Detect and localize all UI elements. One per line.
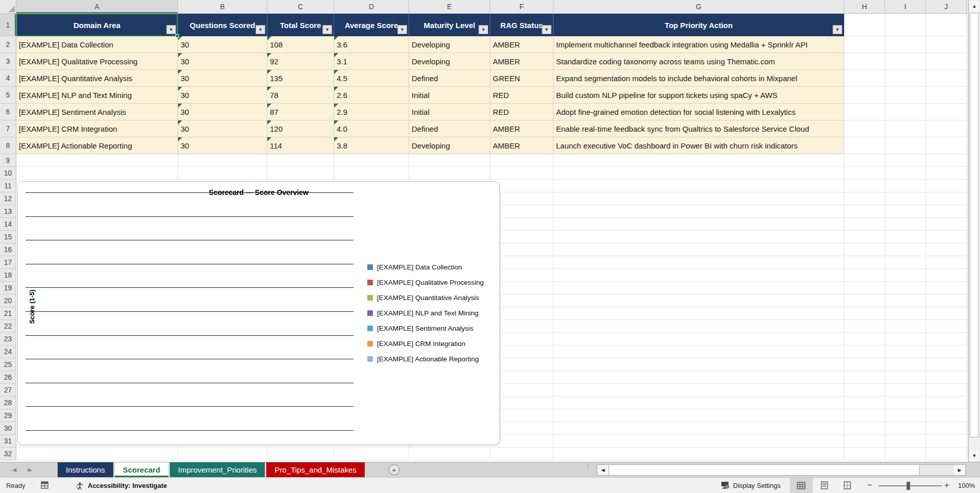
empty-cell[interactable] (554, 180, 844, 192)
row-header-30[interactable]: 30 (0, 422, 16, 435)
empty-cell[interactable] (844, 448, 885, 460)
empty-cell[interactable] (926, 14, 967, 36)
empty-cell[interactable] (844, 70, 885, 87)
data-cell[interactable]: 30 (178, 36, 267, 53)
empty-cell[interactable] (885, 282, 926, 294)
row-header-15[interactable]: 15 (0, 231, 16, 243)
header-cell[interactable]: Total Score▼ (267, 14, 334, 36)
empty-cell[interactable] (926, 448, 967, 460)
empty-cell[interactable] (926, 435, 967, 448)
empty-cell[interactable] (926, 384, 967, 397)
data-cell[interactable]: Developing (409, 36, 490, 53)
data-cell[interactable]: [EXAMPLE] Qualitative Processing (16, 53, 178, 70)
row-header-3[interactable]: 3 (0, 53, 16, 70)
sheet-tab-pro_tips_and_mistakes[interactable]: Pro_Tips_and_Mistakes (266, 462, 364, 477)
zoom-in-button[interactable]: + (944, 480, 949, 490)
empty-cell[interactable] (267, 154, 334, 167)
column-header-H[interactable]: H (844, 0, 885, 13)
empty-cell[interactable] (926, 53, 967, 70)
data-cell[interactable]: RED (490, 104, 554, 120)
data-cell[interactable]: 30 (178, 137, 267, 154)
empty-cell[interactable] (554, 269, 844, 282)
empty-cell[interactable] (490, 154, 554, 167)
empty-cell[interactable] (926, 180, 967, 192)
empty-cell[interactable] (926, 346, 967, 358)
empty-cell[interactable] (885, 154, 926, 167)
empty-cell[interactable] (844, 120, 885, 137)
scrollbar-grip-icon[interactable]: ⋮ (585, 464, 589, 468)
page-break-view-button[interactable] (836, 478, 859, 493)
empty-cell[interactable] (926, 87, 967, 104)
accessibility-status[interactable]: Accessibility: Investigate (76, 481, 167, 490)
empty-cell[interactable] (409, 448, 490, 460)
empty-cell[interactable] (926, 154, 967, 167)
empty-cell[interactable] (554, 307, 844, 320)
empty-cell[interactable] (885, 307, 926, 320)
filter-dropdown-icon[interactable]: ▼ (322, 25, 332, 34)
data-cell[interactable]: 4.0 (334, 120, 409, 137)
empty-cell[interactable] (844, 256, 885, 269)
empty-cell[interactable] (844, 243, 885, 256)
empty-cell[interactable] (885, 422, 926, 435)
empty-cell[interactable] (926, 358, 967, 371)
empty-cell[interactable] (554, 320, 844, 333)
empty-cell[interactable] (554, 409, 844, 422)
horizontal-scrollbar-thumb[interactable] (609, 465, 920, 475)
empty-cell[interactable] (844, 36, 885, 53)
data-cell[interactable]: 30 (178, 70, 267, 87)
empty-cell[interactable] (554, 435, 844, 448)
selection-fill-handle[interactable] (175, 34, 179, 38)
sheet-tab-improvement_priorities[interactable]: Improvement_Priorities (170, 462, 265, 477)
data-cell[interactable]: [EXAMPLE] Sentiment Analysis (16, 104, 178, 120)
data-cell[interactable]: Build custom NLP pipeline for support ti… (554, 87, 844, 104)
data-cell[interactable]: 3.6 (334, 36, 409, 53)
empty-cell[interactable] (844, 422, 885, 435)
data-cell[interactable]: 120 (267, 120, 334, 137)
header-cell[interactable]: Average Score▼ (334, 14, 409, 36)
empty-cell[interactable] (554, 358, 844, 371)
legend-item[interactable]: [EXAMPLE] Quantitative Analysis (367, 292, 484, 303)
empty-cell[interactable] (554, 205, 844, 218)
macro-record-icon[interactable] (41, 481, 48, 489)
empty-cell[interactable] (844, 371, 885, 384)
empty-cell[interactable] (16, 448, 178, 460)
row-header-13[interactable]: 13 (0, 205, 16, 218)
data-cell[interactable]: AMBER (490, 53, 554, 70)
empty-cell[interactable] (885, 371, 926, 384)
empty-cell[interactable] (885, 409, 926, 422)
filter-dropdown-icon[interactable]: ▼ (833, 25, 842, 34)
data-cell[interactable]: Defined (409, 120, 490, 137)
data-cell[interactable]: 108 (267, 36, 334, 53)
empty-cell[interactable] (844, 384, 885, 397)
empty-cell[interactable] (554, 192, 844, 205)
data-cell[interactable]: 30 (178, 53, 267, 70)
empty-cell[interactable] (926, 120, 967, 137)
legend-item[interactable]: [EXAMPLE] Sentiment Analysis (367, 323, 484, 334)
empty-cell[interactable] (885, 36, 926, 53)
data-cell[interactable]: 78 (267, 87, 334, 104)
row-header-18[interactable]: 18 (0, 269, 16, 282)
empty-cell[interactable] (844, 294, 885, 307)
vertical-scrollbar[interactable]: ▲ ▼ (968, 0, 980, 462)
empty-cell[interactable] (844, 358, 885, 371)
empty-cell[interactable] (178, 448, 267, 460)
empty-cell[interactable] (885, 384, 926, 397)
data-cell[interactable]: [EXAMPLE] Data Collection (16, 36, 178, 53)
data-cell[interactable]: 30 (178, 87, 267, 104)
zoom-slider-handle[interactable] (907, 482, 910, 490)
row-header-7[interactable]: 7 (0, 120, 16, 137)
empty-cell[interactable] (844, 218, 885, 231)
empty-cell[interactable] (885, 104, 926, 120)
column-header-A[interactable]: A (16, 0, 178, 13)
empty-cell[interactable] (926, 269, 967, 282)
legend-item[interactable]: [EXAMPLE] CRM Integration (367, 338, 484, 349)
empty-cell[interactable] (844, 346, 885, 358)
column-header-C[interactable]: C (267, 0, 334, 13)
empty-cell[interactable] (554, 167, 844, 180)
data-cell[interactable]: Initial (409, 104, 490, 120)
empty-cell[interactable] (844, 14, 885, 36)
row-header-23[interactable]: 23 (0, 333, 16, 346)
empty-cell[interactable] (554, 282, 844, 294)
row-header-25[interactable]: 25 (0, 358, 16, 371)
empty-cell[interactable] (885, 218, 926, 231)
